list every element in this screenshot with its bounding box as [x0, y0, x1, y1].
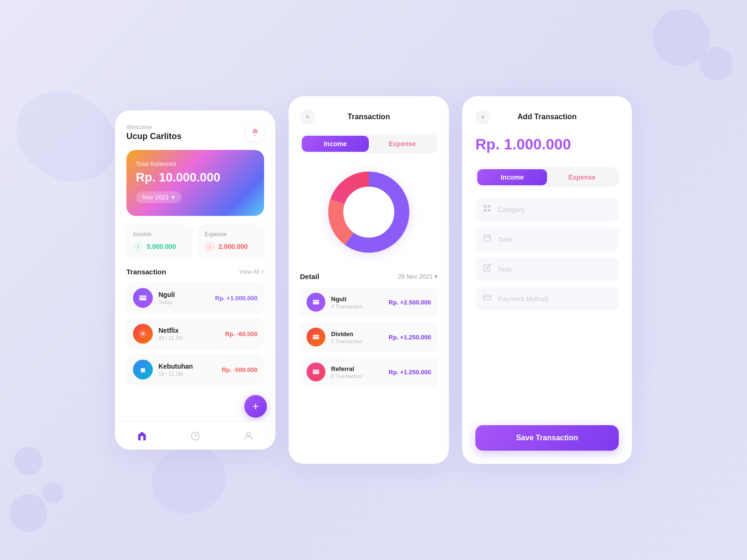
close-icon: × — [306, 113, 309, 121]
txn-icon-kebutuhan — [133, 360, 153, 379]
svg-point-7 — [247, 432, 250, 436]
note-field[interactable]: Note — [475, 257, 619, 281]
detail-date-selector[interactable]: 29 Nov 2021 ▾ — [398, 273, 438, 280]
svg-rect-5 — [141, 368, 145, 372]
txn-name: Netflix — [158, 327, 219, 334]
screen3-add-transaction: × Add Transaction Rp. 1.000.000 Income E… — [462, 96, 632, 464]
chevron-down-icon: ▾ — [172, 194, 175, 201]
note-label: Note — [498, 265, 512, 273]
play-icon — [139, 329, 147, 338]
payment-method-field[interactable]: Payment Method — [475, 287, 619, 311]
bg-decoration-3 — [14, 447, 42, 475]
close-icon: × — [481, 113, 485, 121]
svg-point-0 — [255, 135, 256, 136]
date-field[interactable]: Date — [475, 227, 619, 251]
svg-rect-23 — [484, 295, 491, 300]
nav-home[interactable] — [137, 431, 147, 441]
date-icon — [483, 234, 491, 242]
detail-count: 8 Transaction — [331, 373, 383, 379]
bottom-navigation — [115, 421, 275, 450]
tab-income-add[interactable]: Income — [477, 169, 547, 185]
credit-card-icon — [139, 294, 147, 302]
month-label: Nov 2021 — [142, 194, 169, 201]
detail-section: Detail 29 Nov 2021 ▾ Nguli 4 Transaction… — [300, 272, 438, 387]
screens-wrapper: Welcome Ucup Carlitos Total Balanced Rp.… — [115, 96, 632, 464]
income-value: 5.000.000 — [147, 243, 176, 250]
txn-amount-netflix: Rp. -60.000 — [225, 330, 257, 338]
transaction-section-header: Transaction View All > — [126, 268, 264, 276]
close-button-3[interactable]: × — [475, 109, 490, 124]
screen1-header: Welcome Ucup Carlitos — [126, 124, 264, 141]
svg-rect-15 — [313, 336, 319, 337]
welcome-label: Welcome — [126, 124, 182, 131]
svg-rect-2 — [140, 297, 147, 298]
tab-expense-add[interactable]: Expense — [547, 169, 617, 185]
calendar-icon — [483, 234, 493, 245]
credit-card-icon — [312, 333, 320, 341]
transaction-amount: Rp. 1.000.000 — [475, 131, 619, 158]
payment-method-label: Payment Method — [498, 295, 548, 303]
tab-income[interactable]: Income — [302, 136, 369, 152]
txn-info-kebutuhan: Kebutuhan 16 / 11 /20 — [158, 362, 216, 377]
nav-chart[interactable] — [190, 431, 200, 441]
pencil-icon — [483, 264, 493, 274]
svg-rect-17 — [313, 371, 319, 372]
detail-icon-dividen — [307, 328, 325, 346]
txn-icon-netflix — [133, 324, 153, 344]
svg-rect-22 — [484, 235, 490, 241]
detail-count: 2 Transaction — [331, 338, 383, 344]
screen3-header: × Add Transaction — [475, 109, 619, 124]
txn-date: Today — [158, 299, 209, 305]
date-label: Date — [498, 236, 512, 243]
detail-header: Detail 29 Nov 2021 ▾ — [300, 272, 438, 280]
category-field[interactable]: Category — [475, 198, 619, 222]
detail-amount-referral: Rp. +1.250.000 — [389, 369, 431, 376]
txn-date: 29 / 11 /03 — [158, 335, 219, 341]
screen1-dashboard: Welcome Ucup Carlitos Total Balanced Rp.… — [115, 110, 275, 450]
save-button-label: Save Transaction — [516, 434, 578, 442]
table-row: Nguli Today Rp. +1.000.000 — [126, 282, 264, 313]
add-fab-button[interactable]: + — [244, 395, 267, 418]
notification-button[interactable] — [246, 124, 264, 141]
bg-decoration-2 — [700, 47, 733, 80]
chart-icon — [190, 431, 200, 441]
screen2-header: × Transaction — [300, 109, 438, 124]
txn-name: Kebutuhan — [158, 362, 216, 370]
expense-value-row: ↓ 2.000.000 — [205, 241, 257, 252]
category-label: Category — [498, 206, 525, 214]
month-selector[interactable]: Nov 2021 ▾ — [136, 191, 182, 203]
donut-chart-container — [300, 165, 438, 259]
income-arrow-icon: ↑ — [133, 241, 143, 252]
welcome-block: Welcome Ucup Carlitos — [126, 124, 182, 141]
transaction-tabs: Income Expense — [300, 134, 438, 154]
list-item: Dividen 2 Transaction Rp. +1.250.000 — [300, 322, 438, 352]
txn-info-netflix: Netflix 29 / 11 /03 — [158, 327, 219, 341]
expense-label: Expense — [205, 231, 257, 238]
bell-icon — [251, 128, 259, 137]
username: Ucup Carlitos — [126, 132, 182, 141]
detail-list: Nguli 4 Transaction Rp. +2.500.000 Divid… — [300, 287, 438, 387]
view-all-link[interactable]: View All > — [240, 269, 264, 275]
expense-arrow-icon: ↓ — [205, 241, 215, 252]
user-icon — [243, 431, 254, 441]
tab-expense[interactable]: Expense — [369, 136, 436, 152]
detail-name: Dividen — [331, 330, 383, 338]
svg-rect-20 — [484, 209, 486, 212]
nav-profile[interactable] — [243, 431, 254, 441]
list-item: Referral 8 Transaction Rp. +1.250.000 — [300, 357, 438, 387]
detail-count: 4 Transaction — [331, 304, 383, 309]
balance-card: Total Balanced Rp. 10.000.000 Nov 2021 ▾ — [126, 150, 264, 216]
screen3-title: Add Transaction — [517, 113, 576, 121]
payment-icon — [483, 293, 491, 302]
add-transaction-tabs: Income Expense — [475, 167, 619, 187]
svg-rect-21 — [488, 209, 490, 212]
save-transaction-button[interactable]: Save Transaction — [475, 425, 619, 451]
close-button[interactable]: × — [300, 109, 315, 124]
svg-rect-19 — [488, 205, 490, 207]
screen2-title: Transaction — [348, 113, 390, 121]
income-summary: Income ↑ 5.000.000 — [126, 224, 192, 258]
detail-icon-nguli — [307, 293, 325, 312]
donut-chart — [322, 165, 416, 259]
txn-amount-nguli: Rp. +1.000.000 — [215, 295, 257, 302]
detail-date-text: 29 Nov 2021 — [398, 273, 433, 280]
